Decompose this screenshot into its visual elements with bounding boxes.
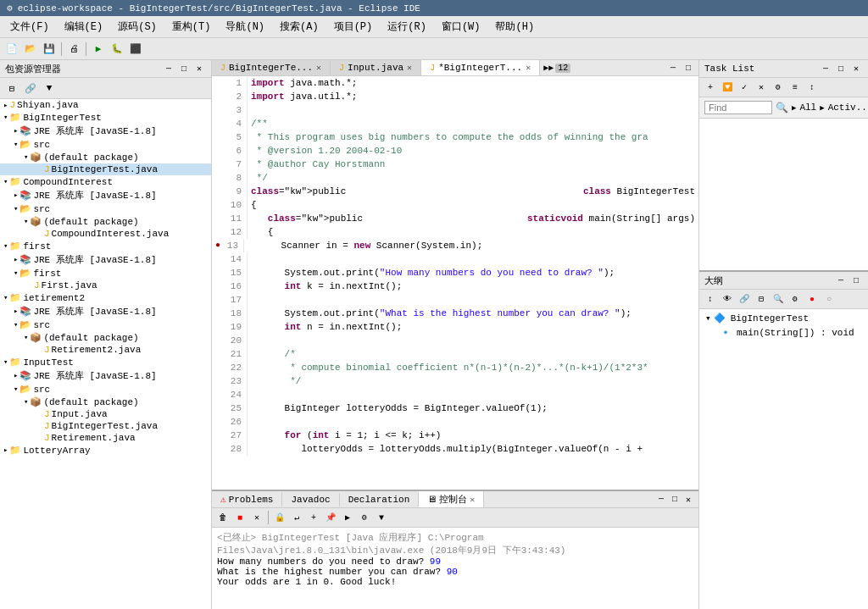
find-icon[interactable]: 🔍 [776, 102, 788, 114]
line-content-3[interactable]: /** [251, 117, 695, 130]
tab-input[interactable]: J Input.java ✕ [331, 60, 421, 75]
outline-debug-icon[interactable]: ● [804, 291, 820, 307]
activ-label[interactable]: Activ... [828, 102, 868, 113]
outline-link-btn[interactable]: 🔗 [737, 291, 752, 307]
console-close-btn[interactable]: ✕ [682, 493, 695, 507]
line-content-21[interactable]: * compute binomial coefficient n*(n-1)*(… [251, 361, 695, 374]
line-content-23[interactable] [251, 388, 695, 401]
tree-item-7[interactable]: ▸📚JRE 系统库 [JavaSE-1.8] [0, 188, 211, 202]
task-group-btn[interactable]: ≡ [787, 80, 803, 95]
save-btn[interactable]: 💾 [41, 41, 58, 58]
line-content-24[interactable]: BigInteger lotteryOdds = BigInteger.valu… [251, 401, 695, 415]
tree-item-14[interactable]: JFirst.java [0, 280, 211, 291]
line-content-26[interactable]: for (int i = 1; i <= k; i++) [251, 429, 695, 442]
task-close-btn[interactable]: ✕ [849, 62, 863, 75]
pkg-collapse-btn[interactable]: ⊟ [3, 80, 20, 97]
tab-close3[interactable]: ✕ [526, 63, 531, 73]
tab-biginteger-active[interactable]: J *BigIntegerT... ✕ [421, 60, 540, 76]
line-content-6[interactable]: * @author Cay Horstmann [251, 158, 695, 171]
outline-settings-btn[interactable]: ⚙ [787, 291, 803, 307]
outline-sort-btn[interactable]: ↕ [703, 291, 718, 307]
line-content-7[interactable]: */ [251, 171, 695, 185]
find-arrow[interactable]: ▶ [792, 103, 796, 113]
menu-item-R[interactable]: 运行(R) [381, 18, 433, 36]
line-content-10[interactable]: class="kw">public [251, 212, 527, 225]
print-btn[interactable]: 🖨 [65, 41, 82, 58]
menu-item-F[interactable]: 文件(F) [3, 18, 56, 36]
menu-item-P[interactable]: 项目(P) [327, 18, 380, 36]
menu-item-A[interactable]: 搜索(A) [273, 18, 326, 36]
tree-item-6[interactable]: ▾📁CompoundInterest [0, 175, 211, 188]
menu-item-N[interactable]: 导航(N) [219, 18, 271, 36]
line-content-8[interactable]: class="kw">public [251, 185, 583, 198]
line-content-11[interactable]: { [251, 225, 695, 239]
outline-item-0[interactable]: ▾ 🔷BigIntegerTest [701, 311, 866, 325]
expand-18[interactable]: ▾ [24, 333, 28, 342]
new-btn[interactable]: 📄 [3, 41, 20, 58]
tree-item-19[interactable]: JRetirement2.java [0, 344, 211, 356]
line-content-17[interactable]: System.out.print("What is the highest nu… [251, 307, 695, 320]
expand-9[interactable]: ▾ [24, 217, 28, 226]
line-content-18[interactable]: int n = in.nextInt(); [251, 320, 695, 334]
console-minimize-btn[interactable]: ─ [654, 493, 668, 507]
tree-item-5[interactable]: JBigIntegerTest.java [0, 163, 211, 175]
all-label[interactable]: All [799, 102, 816, 113]
find-input[interactable] [704, 101, 772, 114]
open-btn[interactable]: 📂 [22, 41, 39, 58]
expand-11[interactable]: ▾ [3, 241, 8, 251]
expand-16[interactable]: ▸ [14, 307, 18, 316]
line-content-15[interactable]: int k = in.nextInt(); [251, 280, 695, 293]
tree-item-25[interactable]: JBigIntegerTest.java [0, 420, 211, 432]
line-content-16[interactable] [251, 293, 695, 307]
task-add-btn[interactable]: + [703, 80, 718, 95]
tree-item-0[interactable]: ▸JShiyan.java [0, 99, 211, 111]
task-mark-btn[interactable]: ✓ [737, 80, 752, 95]
tab-problems[interactable]: ⚠ Problems [212, 492, 282, 507]
task-sort-btn[interactable]: ↕ [804, 80, 820, 95]
outline-collapse-btn[interactable]: ⊟ [754, 291, 769, 307]
tab-console[interactable]: 🖥 控制台 ✕ [419, 491, 484, 507]
expand-15[interactable]: ▾ [3, 293, 8, 302]
expand-0[interactable]: ▸ [3, 101, 8, 110]
tree-item-27[interactable]: ▸📁LotteryArray [0, 444, 211, 457]
tree-item-3[interactable]: ▾📂src [0, 138, 211, 151]
pkg-minimize-btn[interactable]: ─ [162, 62, 175, 75]
scroll-lock-btn[interactable]: 🔒 [272, 510, 287, 525]
tree-item-2[interactable]: ▸📚JRE 系统库 [JavaSE-1.8] [0, 124, 211, 138]
stop-btn[interactable]: ⬛ [127, 41, 144, 58]
tree-item-1[interactable]: ▾📁BigIntegerTest [0, 111, 211, 124]
tree-item-9[interactable]: ▾📦(default package) [0, 215, 211, 228]
clear-console-btn[interactable]: 🗑 [215, 510, 231, 525]
expand-13[interactable]: ▾ [14, 269, 18, 278]
tree-item-18[interactable]: ▾📦(default package) [0, 331, 211, 344]
pkg-maximize-btn[interactable]: □ [177, 62, 191, 75]
tab-declaration[interactable]: Declaration [340, 493, 420, 507]
menu-item-E[interactable]: 编辑(E) [58, 18, 110, 36]
run-btn[interactable]: ▶ [90, 41, 107, 58]
menu-item-H[interactable]: 帮助(H) [488, 18, 541, 36]
expand-20[interactable]: ▾ [3, 357, 8, 367]
outline-hide-btn[interactable]: 👁 [720, 291, 735, 307]
menu-item-W[interactable]: 窗口(W) [435, 18, 487, 36]
tree-item-22[interactable]: ▾📂src [0, 383, 211, 396]
new-console-btn[interactable]: + [306, 510, 321, 525]
line-content-25[interactable] [251, 415, 695, 429]
line-content-27[interactable]: lotteryOdds = lotteryOdds.multiply(BigIn… [251, 442, 695, 456]
line-content-14[interactable]: System.out.print("How many numbers do yo… [251, 266, 695, 280]
editor-minimize-btn[interactable]: ─ [666, 61, 680, 75]
tab-biginteger1[interactable]: J BigIntegerTe... ✕ [212, 60, 331, 75]
tree-item-10[interactable]: JCompoundInterest.java [0, 228, 211, 240]
tree-item-20[interactable]: ▾📁InputTest [0, 356, 211, 368]
tab-close1[interactable]: ✕ [316, 63, 321, 73]
pkg-close-btn[interactable]: ✕ [192, 62, 206, 75]
line-content-20[interactable]: /* [251, 347, 695, 361]
tree-item-21[interactable]: ▸📚JRE 系统库 [JavaSE-1.8] [0, 368, 211, 383]
outline-minimize-btn[interactable]: ─ [834, 274, 848, 287]
task-maximize-btn[interactable]: □ [834, 62, 848, 75]
tab-overflow-arrow[interactable]: ▶▶ [543, 63, 554, 73]
remove-launch-btn[interactable]: ✕ [249, 510, 264, 525]
editor-maximize-btn[interactable]: □ [682, 61, 695, 75]
terminate-btn[interactable]: ■ [232, 510, 248, 525]
line-content-1[interactable]: import java.util.*; [251, 90, 695, 103]
open-console-btn[interactable]: ▶ [340, 510, 355, 525]
